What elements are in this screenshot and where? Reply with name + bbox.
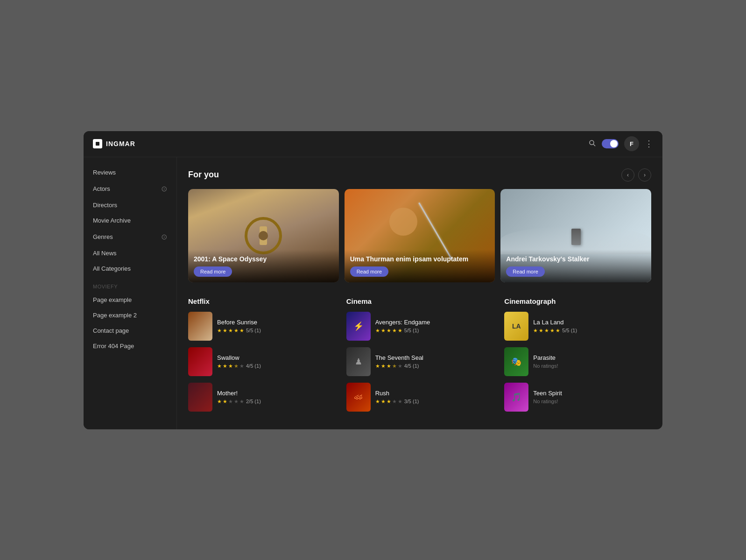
featured-card-stalker[interactable]: Andrei Tarkovsky's Stalker Read more — [500, 189, 651, 282]
for-you-header: For you ‹ › — [188, 168, 651, 182]
movie-item-rush[interactable]: 🏎 Rush ★ ★ ★ ★ ★ — [346, 383, 493, 412]
movie-thumb-swallow — [188, 347, 212, 376]
content-area: For you ‹ › — [177, 157, 662, 429]
movie-rating: ★ ★ ★ ★ ★ 5/5 (1) — [217, 328, 335, 334]
featured-card-space-odyssey[interactable]: 2001: A Space Odyssey Read more — [188, 189, 339, 282]
stars: ★ ★ ★ ★ ★ — [217, 328, 244, 334]
movie-thumb-teen-spirit: 🎵 — [504, 383, 528, 412]
movie-thumb-parasite: 🎭 — [504, 347, 528, 376]
movie-info: Parasite No ratings! — [533, 354, 651, 369]
read-more-button-1[interactable]: Read more — [194, 266, 232, 277]
card-title: 2001: A Space Odyssey — [194, 255, 333, 263]
sidebar-item-reviews[interactable]: Reviews — [84, 165, 176, 180]
movie-title: Avengers: Endgame — [375, 319, 493, 326]
movie-info: Swallow ★ ★ ★ ★ ★ 4/5 (1) — [217, 354, 335, 369]
sidebar-item-all-categories[interactable]: All Categories — [84, 261, 176, 276]
movie-item-seventh-seal[interactable]: ♟ The Seventh Seal ★ ★ ★ ★ ★ — [346, 347, 493, 376]
movie-info: Before Sunrise ★ ★ ★ ★ ★ 5/5 (1) — [217, 319, 335, 334]
rating-text: 5/5 (1) — [562, 328, 577, 333]
movie-title: Teen Spirit — [533, 390, 651, 397]
stars: ★ ★ ★ ★ ★ — [217, 363, 244, 369]
read-more-button-3[interactable]: Read more — [506, 266, 544, 277]
no-ratings: No ratings! — [533, 363, 651, 369]
svg-point-0 — [590, 140, 594, 145]
movie-thumb-mother — [188, 383, 212, 412]
cinema-title: Cinema — [346, 297, 493, 305]
header: INGMAR F ⋮ — [84, 131, 662, 157]
card-title: Uma Thurman enim ipsam voluptatem — [350, 255, 490, 263]
stars: ★ ★ ★ ★ ★ — [217, 399, 244, 405]
movie-info: Teen Spirit No ratings! — [533, 390, 651, 404]
more-icon[interactable]: ⋮ — [645, 139, 653, 149]
sidebar-item-actors[interactable]: Actors ⊙ — [84, 180, 176, 197]
movie-info: Mother! ★ ★ ★ ★ ★ 2/5 (1) — [217, 390, 335, 405]
carousel-nav: ‹ › — [621, 168, 651, 182]
movie-title: The Seventh Seal — [375, 354, 493, 361]
movie-info: The Seventh Seal ★ ★ ★ ★ ★ 4/5 (1) — [375, 354, 493, 369]
movie-info: Rush ★ ★ ★ ★ ★ 3/5 (1) — [375, 390, 493, 405]
featured-card-kill-bill[interactable]: Uma Thurman enim ipsam voluptatem Read m… — [345, 189, 495, 282]
sidebar-item-contact-page[interactable]: Contact page — [84, 323, 176, 338]
svg-line-1 — [593, 144, 595, 146]
movie-item-teen-spirit[interactable]: 🎵 Teen Spirit No ratings! — [504, 383, 651, 412]
movie-item-la-la-land[interactable]: LA La La Land ★ ★ ★ ★ ★ — [504, 312, 651, 341]
prev-arrow[interactable]: ‹ — [621, 168, 634, 182]
movie-item-swallow[interactable]: Swallow ★ ★ ★ ★ ★ 4/5 (1) — [188, 347, 335, 376]
movie-item-before-sunrise[interactable]: Before Sunrise ★ ★ ★ ★ ★ 5/5 (1) — [188, 312, 335, 341]
movie-rating: ★ ★ ★ ★ ★ 3/5 (1) — [375, 399, 493, 405]
for-you-title: For you — [188, 170, 219, 180]
movie-rating: ★ ★ ★ ★ ★ 2/5 (1) — [217, 399, 335, 405]
rating-text: 2/5 (1) — [246, 399, 261, 404]
movie-title: Before Sunrise — [217, 319, 335, 326]
netflix-list: Netflix Before Sunrise ★ ★ ★ — [188, 297, 335, 418]
logo-area: INGMAR — [93, 139, 135, 148]
sidebar-item-movie-archive[interactable]: Movie Archive — [84, 213, 176, 228]
rating-text: 4/5 (1) — [246, 363, 261, 369]
sidebar-item-error-404[interactable]: Error 404 Page — [84, 338, 176, 354]
movie-item-parasite[interactable]: 🎭 Parasite No ratings! — [504, 347, 651, 376]
next-arrow[interactable]: › — [638, 168, 651, 182]
movie-thumb-seventh-seal: ♟ — [346, 347, 371, 376]
sidebar-item-genres[interactable]: Genres ⊙ — [84, 228, 176, 245]
rating-text: 4/5 (1) — [404, 363, 419, 369]
card-overlay: Andrei Tarkovsky's Stalker Read more — [500, 250, 651, 282]
movie-thumb-rush: 🏎 — [346, 383, 371, 412]
movie-info: Avengers: Endgame ★ ★ ★ ★ ★ 5/5 (1) — [375, 319, 493, 334]
cinematograph-title: Cinematograph — [504, 297, 651, 305]
stars: ★ ★ ★ ★ ★ — [375, 328, 402, 334]
logo-icon — [93, 139, 102, 148]
movie-lists-grid: Netflix Before Sunrise ★ ★ ★ — [188, 297, 651, 418]
rating-text: 3/5 (1) — [404, 399, 419, 404]
actors-settings-icon: ⊙ — [161, 184, 167, 193]
movie-item-mother[interactable]: Mother! ★ ★ ★ ★ ★ 2/5 (1) — [188, 383, 335, 412]
movie-rating: ★ ★ ★ ★ ★ 5/5 (1) — [375, 328, 493, 334]
movie-title: Parasite — [533, 354, 651, 361]
movie-item-avengers[interactable]: ⚡ Avengers: Endgame ★ ★ ★ ★ ★ — [346, 312, 493, 341]
movie-rating: ★ ★ ★ ★ ★ 4/5 (1) — [217, 363, 335, 369]
sidebar-item-page-example[interactable]: Page example — [84, 292, 176, 308]
stars: ★ ★ ★ ★ ★ — [533, 328, 560, 334]
movie-info: La La Land ★ ★ ★ ★ ★ 5/5 (1) — [533, 319, 651, 334]
movie-thumb-before-sunrise — [188, 312, 212, 341]
sidebar-item-directors[interactable]: Directors — [84, 197, 176, 213]
netflix-title: Netflix — [188, 297, 335, 305]
avatar[interactable]: F — [624, 136, 639, 151]
cinema-list: Cinema ⚡ Avengers: Endgame ★ ★ ★ — [346, 297, 493, 418]
featured-grid: 2001: A Space Odyssey Read more — [188, 189, 651, 282]
movie-title: Rush — [375, 390, 493, 397]
sidebar-item-page-example-2[interactable]: Page example 2 — [84, 308, 176, 323]
stars: ★ ★ ★ ★ ★ — [375, 363, 402, 369]
main-layout: Reviews Actors ⊙ Directors Movie Archive… — [84, 157, 662, 429]
cinematograph-list: Cinematograph LA La La Land ★ ★ ★ — [504, 297, 651, 418]
rating-text: 5/5 (1) — [404, 328, 419, 333]
movie-title: La La Land — [533, 319, 651, 326]
stars: ★ ★ ★ ★ ★ — [375, 399, 402, 405]
movie-rating: ★ ★ ★ ★ ★ 5/5 (1) — [533, 328, 651, 334]
sidebar-item-all-news[interactable]: All News — [84, 245, 176, 261]
app-window: INGMAR F ⋮ Reviews Actors ⊙ — [84, 131, 662, 429]
movie-rating: ★ ★ ★ ★ ★ 4/5 (1) — [375, 363, 493, 369]
read-more-button-2[interactable]: Read more — [350, 266, 388, 277]
search-icon[interactable] — [589, 140, 596, 148]
theme-toggle[interactable] — [602, 139, 619, 148]
card-overlay: 2001: A Space Odyssey Read more — [188, 250, 339, 282]
